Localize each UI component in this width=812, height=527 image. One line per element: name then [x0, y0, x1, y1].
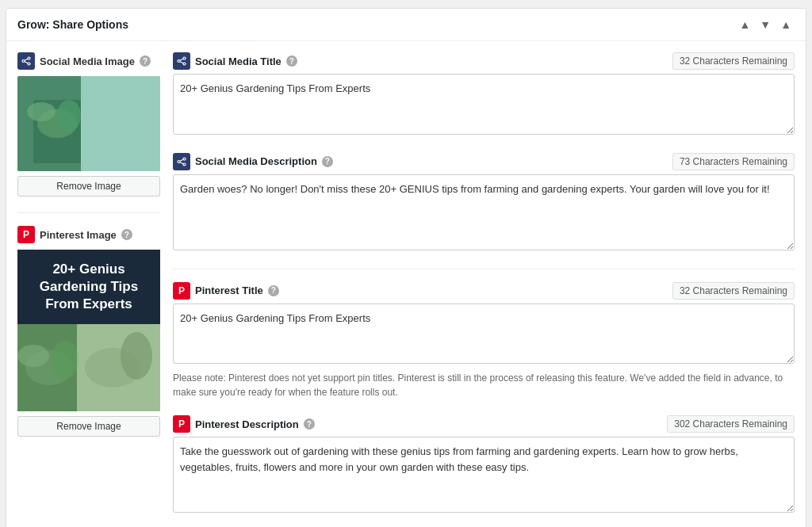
- social-title-section: Social Media Title ? 32 Characters Remai…: [173, 52, 795, 137]
- right-column: Social Media Title ? 32 Characters Remai…: [173, 52, 795, 527]
- divider-right-1: [173, 269, 795, 269]
- pinterest-title-textarea[interactable]: [173, 304, 795, 365]
- social-title-chars: 32 Characters Remaining: [672, 52, 795, 70]
- svg-point-21: [183, 57, 186, 59]
- social-image-header: Social Media Image ?: [17, 52, 160, 70]
- social-title-label: Social Media Title ?: [173, 52, 297, 70]
- social-desc-label: Social Media Description ?: [173, 153, 333, 170]
- svg-point-0: [28, 57, 30, 59]
- pinterest-remove-image-button[interactable]: Remove Image: [17, 416, 160, 437]
- social-title-header: Social Media Title ? 32 Characters Remai…: [173, 52, 795, 70]
- pinterest-image-header: P Pinterest Image ?: [17, 226, 160, 243]
- svg-point-27: [178, 160, 180, 162]
- svg-point-10: [57, 100, 81, 132]
- pinterest-image-text-overlay: 20+ Genius Gardening Tips From Experts: [17, 250, 160, 324]
- svg-point-16: [17, 345, 49, 367]
- svg-line-4: [25, 62, 28, 63]
- svg-line-24: [180, 59, 183, 60]
- pinterest-image-section: P Pinterest Image ? 20+ Genius Gardening…: [17, 226, 160, 437]
- svg-line-3: [25, 59, 28, 60]
- svg-line-29: [180, 159, 183, 161]
- svg-point-23: [183, 63, 186, 65]
- pinterest-image-help-icon[interactable]: ?: [121, 229, 132, 240]
- svg-point-28: [183, 163, 186, 166]
- svg-point-1: [22, 60, 25, 63]
- svg-rect-12: [81, 76, 160, 171]
- share-icon-desc: [173, 153, 190, 170]
- divider-1: [17, 212, 160, 213]
- share-icon: [17, 52, 35, 70]
- pinterest-title-header: P Pinterest Title ? 32 Characters Remain…: [173, 282, 795, 300]
- social-image-help-icon[interactable]: ?: [140, 55, 151, 67]
- pinterest-description-textarea[interactable]: [173, 437, 795, 513]
- pinterest-desc-label: P Pinterest Description ?: [173, 415, 315, 433]
- header-controls: ▲ ▼ ▲: [736, 17, 795, 32]
- social-media-image-section: Social Media Image ?: [17, 52, 160, 197]
- svg-point-17: [51, 341, 79, 379]
- collapse-up-button[interactable]: ▲: [736, 17, 753, 32]
- expand-button[interactable]: ▲: [777, 17, 795, 32]
- social-description-textarea[interactable]: [173, 174, 795, 250]
- svg-point-26: [183, 158, 186, 160]
- share-icon-title: [173, 52, 190, 70]
- social-image-preview: [17, 76, 160, 171]
- social-title-textarea[interactable]: [173, 74, 795, 135]
- social-desc-header: Social Media Description ? 73 Characters…: [173, 153, 795, 170]
- pinterest-desc-chars: 302 Characters Remaining: [667, 415, 795, 433]
- pinterest-title-label: P Pinterest Title ?: [173, 282, 279, 300]
- social-image-label: Social Media Image: [40, 55, 135, 67]
- pinterest-image-label: Pinterest Image: [40, 229, 117, 241]
- pinterest-desc-header: P Pinterest Description ? 302 Characters…: [173, 415, 795, 433]
- pinterest-desc-help-icon[interactable]: ?: [304, 418, 315, 430]
- social-desc-help-icon[interactable]: ?: [322, 156, 333, 167]
- pinterest-photo-preview: [17, 324, 160, 411]
- social-remove-image-button[interactable]: Remove Image: [17, 176, 160, 197]
- main-content: Social Media Image ?: [6, 41, 806, 527]
- collapse-down-button[interactable]: ▼: [756, 17, 774, 32]
- svg-line-25: [180, 62, 183, 63]
- svg-point-22: [178, 60, 180, 63]
- pinterest-icon-title: P: [173, 282, 190, 300]
- pinterest-description-section: P Pinterest Description ? 302 Characters…: [173, 415, 795, 515]
- pinterest-icon-desc: P: [173, 415, 190, 433]
- svg-point-20: [121, 332, 152, 380]
- page-title: Grow: Share Options: [17, 18, 128, 31]
- social-desc-chars: 73 Characters Remaining: [672, 153, 795, 170]
- pinterest-title-note: Please note: Pinterest does not yet supp…: [173, 371, 795, 399]
- pinterest-icon-left: P: [17, 226, 35, 243]
- svg-line-30: [180, 162, 183, 163]
- svg-point-9: [27, 102, 56, 121]
- social-title-help-icon[interactable]: ?: [286, 55, 297, 67]
- page-header: Grow: Share Options ▲ ▼ ▲: [6, 9, 806, 41]
- left-column: Social Media Image ?: [17, 52, 160, 527]
- pinterest-title-section: P Pinterest Title ? 32 Characters Remain…: [173, 282, 795, 400]
- pinterest-title-chars: 32 Characters Remaining: [672, 282, 795, 300]
- pinterest-title-help-icon[interactable]: ?: [268, 285, 279, 296]
- svg-point-2: [28, 63, 30, 65]
- social-description-section: Social Media Description ? 73 Characters…: [173, 153, 795, 253]
